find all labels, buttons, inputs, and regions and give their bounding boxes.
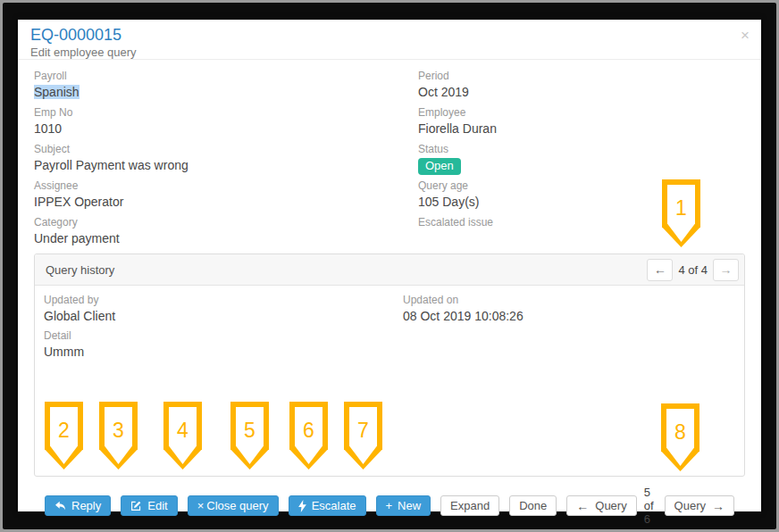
marker-number: 4 [177,419,188,443]
field-value: Ummm [44,344,735,360]
field-period: Period Oct 2019 [418,70,745,106]
field-value: Spanish [34,84,402,100]
marker-shape: 3 [105,407,132,464]
query-history-body: Updated by Global Client Updated on 08 O… [35,286,744,373]
updated-on-field: Updated on 08 Oct 2019 10:08:26 [403,294,735,324]
reply-button-label: Reply [71,499,101,512]
arrow-right-icon: → [712,500,725,512]
marker-number: 3 [113,419,124,443]
field-label: Updated by [44,294,403,307]
query-history-header: Query history ← 4 of 4 → [35,254,744,286]
field-value: IPPEX Operator [34,194,402,210]
status-badge: Open [418,158,461,175]
field-employee: Employee Fiorella Duran [418,106,745,143]
marker-number: 1 [675,196,687,220]
field-value: Under payment [34,230,402,246]
next-query-button[interactable]: Query → [665,495,734,516]
field-label: Emp No [34,106,402,120]
modal-footer-toolbar: Reply Edit × Close query Escalate + New [34,477,745,526]
prev-query-label: Query [595,499,626,512]
marker-shape: 5 [236,407,264,464]
field-assignee: Assignee IPPEX Operator [34,179,402,216]
field-label: Period [418,70,745,83]
field-value: Fiorella Duran [418,121,745,137]
x-icon: × [197,500,205,511]
query-history-title: Query history [46,263,114,277]
field-label: Employee [418,106,745,120]
field-subject: Subject Payroll Payment was wrong [34,143,402,179]
marker-number: 2 [58,419,70,443]
escalate-button-label: Escalate [312,499,356,512]
detail-field: Detail Ummm [44,329,735,360]
field-value: 08 Oct 2019 10:08:26 [403,308,735,324]
detail-fields: Payroll Spanish Emp No 1010 Subject Payr… [34,70,745,253]
marker-shape: 6 [295,407,322,464]
marker-shape: 2 [50,407,78,464]
history-prev-button[interactable]: ← [647,259,673,281]
field-label: Assignee [34,179,402,193]
field-value: Open [418,157,745,175]
arrow-left-icon: ← [576,500,589,512]
new-button[interactable]: + New [376,495,431,516]
query-nav: ← Query 5 of 6 Query → [566,486,734,526]
marker-number: 7 [357,419,369,443]
expand-button[interactable]: Expand [440,495,499,516]
modal-title: EQ-0000015 [30,26,749,44]
close-query-button[interactable]: × Close query [188,495,279,516]
reply-arrow-icon [54,501,66,511]
field-value: Payroll Payment was wrong [34,157,402,173]
arrow-right-icon: → [720,262,733,277]
close-icon[interactable]: × [741,28,750,43]
history-entry-meta: Updated by Global Client Updated on 08 O… [44,294,735,329]
query-history-panel: Query history ← 4 of 4 → Updated by Glob… [34,254,745,477]
edit-pencil-icon [130,500,142,511]
field-label: Detail [44,329,735,343]
marker-number: 8 [674,420,686,445]
marker-shape: 4 [169,407,197,464]
prev-query-button[interactable]: ← Query [566,495,636,516]
history-next-button[interactable]: → [713,259,739,281]
history-pager-position: 4 of 4 [678,263,708,277]
done-button-label: Done [519,499,547,512]
plus-icon: + [386,500,393,511]
field-label: Subject [34,143,402,156]
field-label: Category [34,216,402,229]
escalate-button[interactable]: Escalate [289,495,366,516]
next-query-label: Query [674,499,706,512]
marker-number: 5 [244,419,255,443]
field-value: 1010 [34,121,402,137]
reply-button[interactable]: Reply [45,495,111,516]
field-emp-no: Emp No 1010 [34,106,402,143]
expand-button-label: Expand [450,499,490,512]
field-value: Oct 2019 [418,84,745,100]
updated-by-field: Updated by Global Client [44,294,403,324]
query-nav-position: 5 of 6 [644,486,658,526]
field-status: Status Open [418,143,745,179]
field-category: Category Under payment [34,216,402,253]
edit-button-label: Edit [147,499,167,512]
modal-header: EQ-0000015 Edit employee query × [18,20,761,60]
screenshot-stage: EQ-0000015 Edit employee query × Payroll… [0,0,779,532]
history-pager: ← 4 of 4 → [647,259,739,281]
marker-shape: 7 [349,407,377,464]
field-value: Global Client [44,308,403,324]
edit-button[interactable]: Edit [121,495,177,516]
field-label: Payroll [34,70,402,83]
marker-shape: 8 [666,409,694,466]
new-button-label: New [398,499,421,512]
bolt-icon [298,500,306,512]
arrow-left-icon: ← [654,262,666,277]
marker-shape: 1 [667,185,695,242]
modal-subtitle: Edit employee query [30,46,749,59]
selected-text: Spanish [34,85,80,99]
field-label: Status [418,143,745,156]
detail-column-left: Payroll Spanish Emp No 1010 Subject Payr… [34,70,402,253]
field-label: Updated on [403,294,735,307]
field-payroll: Payroll Spanish [34,70,402,106]
close-query-button-label: Close query [206,499,268,512]
marker-number: 6 [303,419,314,443]
done-button[interactable]: Done [509,495,557,516]
